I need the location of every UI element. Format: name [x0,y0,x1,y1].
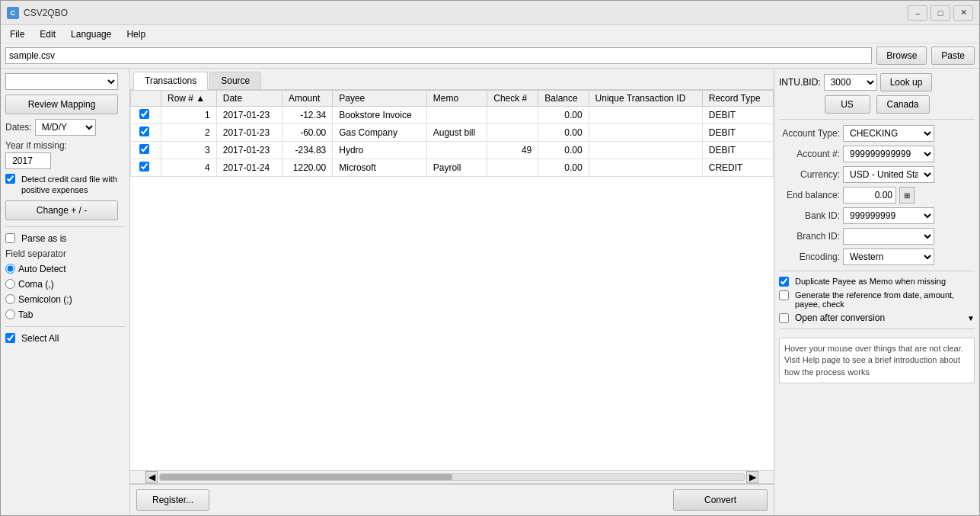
row-checkbox[interactable] [139,109,149,119]
register-button[interactable]: Register... [136,489,209,511]
us-button[interactable]: US [825,95,870,114]
dates-select[interactable]: M/D/Y D/M/Y Y/M/D [35,119,96,136]
col-uid[interactable]: Unique Transaction ID [589,91,702,107]
row-date: 2017-01-23 [216,107,282,124]
right-divider2 [779,271,975,271]
tab-source[interactable]: Source [209,72,261,89]
row-uid [589,124,702,142]
tab-label: Tab [18,309,33,320]
main-window: C CSV2QBO – □ ✕ File Edit Language Help … [0,0,980,516]
end-balance-input[interactable] [843,187,896,204]
col-row[interactable]: Row # ▲ [161,91,217,107]
scroll-thumb[interactable] [160,474,452,480]
end-balance-label: End balance: [779,190,840,200]
maximize-button[interactable]: □ [931,5,950,21]
col-amount[interactable]: Amount [282,91,332,107]
parse-checkbox[interactable] [5,233,15,243]
account-num-select[interactable]: 999999999999 [843,146,934,162]
right-divider1 [779,119,975,120]
dup-payee-checkbox[interactable] [779,277,789,287]
menu-language[interactable]: Language [65,27,117,41]
tab-transactions[interactable]: Transactions [133,72,208,90]
intu-select[interactable]: 3000 [824,74,877,91]
top-dropdown[interactable] [5,73,118,90]
row-checkbox[interactable] [139,162,149,171]
row-record: DEBIT [702,107,773,124]
col-record[interactable]: Record Type [702,91,773,107]
menu-edit[interactable]: Edit [34,27,62,41]
intu-row: INTU.BID: 3000 Look up [779,73,975,91]
branch-id-select[interactable] [843,228,934,245]
row-num: 3 [161,142,217,159]
scroll-right-btn[interactable]: ▶ [746,471,758,483]
scroll-left-btn[interactable]: ◀ [145,471,158,483]
browse-button[interactable]: Browse [876,46,927,65]
file-path-input[interactable] [5,47,872,64]
coma-radio[interactable] [5,279,15,289]
bank-id-select[interactable]: 999999999 [843,207,934,224]
row-record: DEBIT [702,124,773,142]
open-after-dropdown-icon[interactable]: ▼ [967,314,975,322]
row-memo: August bill [426,124,487,142]
row-checkbox-cell[interactable] [131,142,161,159]
auto-detect-radio[interactable] [5,264,15,274]
currency-select[interactable]: USD - United Sta [843,166,934,183]
gen-ref-label: Generate the reference from date, amount… [795,290,975,309]
row-check [487,124,538,142]
row-checkbox-cell[interactable] [131,159,161,177]
horizontal-scrollbar[interactable]: ◀ ▶ [130,470,774,484]
review-mapping-button[interactable]: Review Mapping [5,95,118,114]
left-panel: Review Mapping Dates: M/D/Y D/M/Y Y/M/D … [1,69,130,515]
row-checkbox[interactable] [139,127,149,136]
dup-payee-row: Duplicate Payee as Memo when missing [779,277,975,287]
col-check[interactable]: Check # [487,91,538,107]
currency-label: Currency: [779,169,840,180]
paste-button[interactable]: Paste [931,46,975,65]
app-icon: C [7,7,19,19]
row-checkbox-cell[interactable] [131,107,161,124]
semicolon-radio[interactable] [5,294,15,304]
convert-button[interactable]: Convert [673,489,768,511]
detect-credit-checkbox[interactable] [5,174,15,184]
row-date: 2017-01-23 [216,124,282,142]
canada-button[interactable]: Canada [876,95,930,114]
window-controls: – □ ✕ [908,5,973,21]
hint-text: Hover your mouse over things that are no… [784,344,963,377]
row-memo: Payroll [426,159,487,177]
calc-button[interactable]: ⊞ [899,187,915,204]
gen-ref-checkbox[interactable] [779,290,789,300]
lookup-button[interactable]: Look up [880,73,933,91]
right-divider3 [779,329,975,329]
account-type-select[interactable]: CHECKING SAVINGS CREDITLINE MONEYMRKT [843,125,934,142]
col-date[interactable]: Date [216,91,282,107]
open-after-checkbox[interactable] [779,313,789,323]
tab-radio[interactable] [5,309,15,319]
year-input[interactable] [5,152,51,169]
col-memo[interactable]: Memo [426,91,487,107]
col-balance[interactable]: Balance [538,91,589,107]
change-button[interactable]: Change + / - [5,200,118,220]
row-checkbox-cell[interactable] [131,124,161,142]
row-memo [426,107,487,124]
close-button[interactable]: ✕ [953,5,973,21]
transactions-table: Row # ▲ Date Amount Payee Memo Check # B… [130,90,774,177]
select-all-checkbox[interactable] [5,333,15,343]
row-num: 2 [161,124,217,142]
menu-file[interactable]: File [4,27,30,41]
dates-label: Dates: [5,122,32,133]
row-uid [589,107,702,124]
encoding-select[interactable]: Western [843,248,934,265]
row-uid [589,142,702,159]
row-balance: 0.00 [538,124,589,142]
semicolon-label: Semicolon (;) [18,294,72,305]
minimize-button[interactable]: – [908,5,927,21]
col-payee[interactable]: Payee [333,91,426,107]
main-content: Review Mapping Dates: M/D/Y D/M/Y Y/M/D … [1,69,979,515]
row-checkbox[interactable] [139,144,149,154]
scroll-track[interactable] [159,473,745,481]
branch-id-row: Branch ID: [779,228,975,245]
encoding-row: Encoding: Western [779,248,975,265]
encoding-label: Encoding: [779,252,840,262]
menu-help[interactable]: Help [120,27,152,41]
row-uid [589,159,702,177]
